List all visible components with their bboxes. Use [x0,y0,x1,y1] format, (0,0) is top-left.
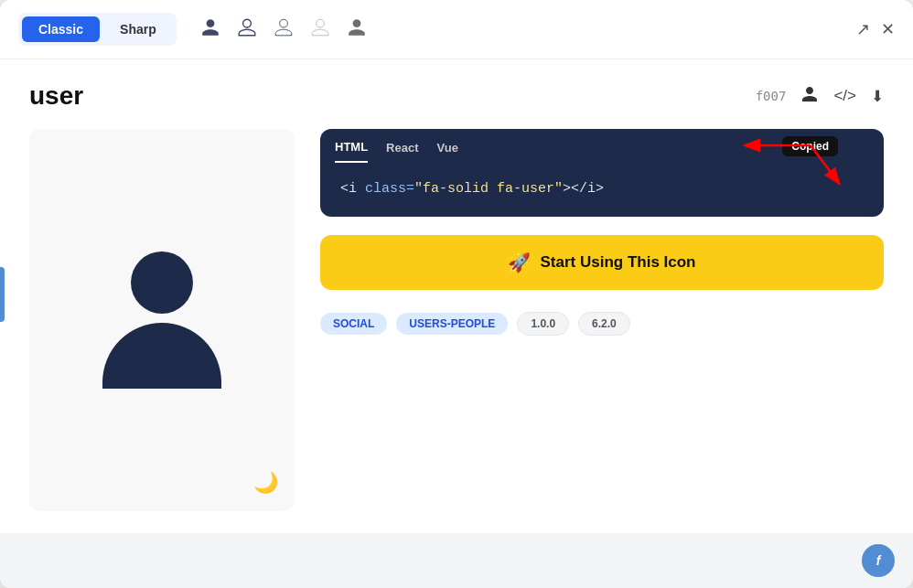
user-icon-preview [102,251,221,389]
style-toggle: Classic Sharp [18,13,177,46]
code-block: HTML React Vue Copied [320,129,884,217]
variant-filled-icon[interactable] [200,17,220,42]
expand-btn[interactable]: ↗ [856,19,870,39]
code-body[interactable]: <i class="fa-solid fa-user"></i> [320,163,884,217]
icon-title: user [29,81,83,111]
code-attr-val: "fa-solid fa-user" [414,181,563,197]
start-btn-label: Start Using This Icon [540,253,695,272]
icon-code-ref: f007 [756,89,787,103]
classic-toggle-btn[interactable]: Classic [22,16,100,42]
top-bar-actions: ↗ ✕ [856,19,895,39]
tab-react[interactable]: React [386,141,418,162]
top-bar: Classic Sharp [0,0,913,59]
variant-outline1-icon[interactable] [237,17,257,42]
person-head [131,251,193,314]
logo-letter: f [876,553,881,568]
left-accent [0,267,5,322]
code-attr-name: class= [365,181,414,197]
icon-meta: f007 </> ⬇ [756,85,884,108]
preview-box: 🌙 [29,129,295,511]
sharp-toggle-btn[interactable]: Sharp [103,16,173,42]
bottom-strip: f [0,533,913,588]
person-icon-btn[interactable] [800,85,819,108]
variant-dark-icon[interactable] [347,17,367,42]
start-using-button[interactable]: 🚀 Start Using This Icon [320,235,884,290]
tab-html[interactable]: HTML [335,140,368,163]
icon-title-row: user f007 </> ⬇ [29,81,884,111]
tags-row: SOCIAL USERS-PEOPLE 1.0.0 6.2.0 [320,312,884,336]
code-tag-open: <i [340,181,365,197]
variant-outline3-icon[interactable] [310,17,330,42]
right-panel: HTML React Vue Copied [320,129,884,511]
tag-social[interactable]: SOCIAL [320,313,387,335]
rocket-icon: 🚀 [508,251,531,273]
variant-outline2-icon[interactable] [274,17,294,42]
tag-version-620[interactable]: 6.2.0 [578,312,630,336]
moon-badge-icon: 🌙 [253,471,278,495]
copied-tooltip: Copied [782,136,838,156]
icon-variants [200,17,367,42]
download-icon-btn[interactable]: ⬇ [871,87,884,106]
tag-version-100[interactable]: 1.0.0 [517,312,569,336]
code-tabs: HTML React Vue Copied [320,129,884,163]
body-row: 🌙 HTML React Vue Copied [29,129,884,511]
tab-vue[interactable]: Vue [437,141,458,162]
person-body [102,323,221,389]
close-btn[interactable]: ✕ [881,19,895,39]
code-icon-btn[interactable]: </> [833,87,856,105]
fontawesome-logo: f [862,544,895,577]
tag-users-people[interactable]: USERS-PEOPLE [396,313,508,335]
code-tag-close: ></i> [563,181,604,197]
main-content: user f007 </> ⬇ 🌙 [0,59,913,533]
modal-container: Classic Sharp [0,0,913,588]
